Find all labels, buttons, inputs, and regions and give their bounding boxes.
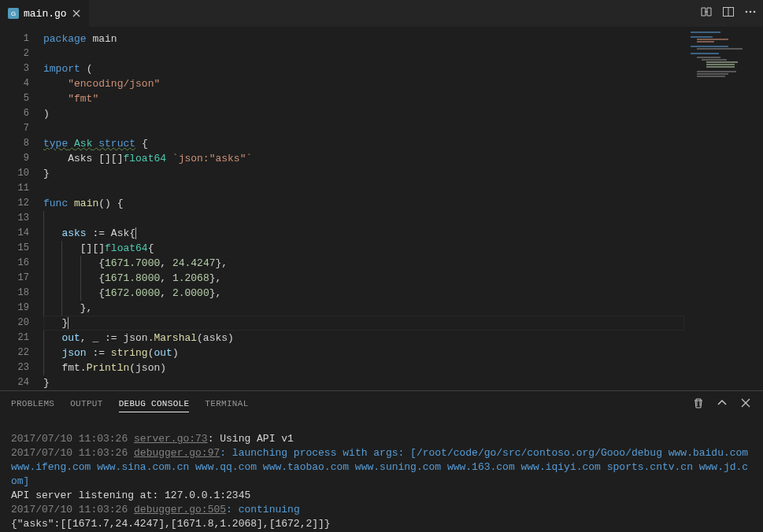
debug-console-output[interactable]: 2017/07/10 11:03:26 server.go:73: Using …	[0, 416, 763, 532]
collapse-panel-icon[interactable]	[716, 397, 728, 412]
source-link[interactable]: server.go:73	[134, 433, 208, 445]
svg-point-4	[746, 11, 748, 13]
tab-filename: main.go	[24, 8, 67, 20]
svg-text:G: G	[11, 10, 16, 17]
tab-debug-console[interactable]: Debug Console	[119, 399, 190, 412]
line-gutter: 123456789101112131415161718192021222324	[0, 28, 43, 390]
clear-console-icon[interactable]	[692, 397, 705, 412]
bottom-panel: Problems Output Debug Console Terminal 2…	[0, 390, 763, 532]
tab-output[interactable]: Output	[70, 399, 102, 408]
panel-tabs: Problems Output Debug Console Terminal	[0, 391, 763, 416]
more-icon[interactable]	[744, 6, 757, 21]
source-link[interactable]: debugger.go:97	[134, 447, 220, 459]
editor-area: 123456789101112131415161718192021222324 …	[0, 28, 763, 390]
tab-terminal[interactable]: Terminal	[205, 399, 248, 408]
editor-tab[interactable]: G main.go	[0, 0, 89, 27]
close-panel-icon[interactable]	[739, 397, 752, 412]
close-icon[interactable]	[72, 9, 81, 18]
go-file-icon: G	[8, 8, 19, 19]
split-editor-icon[interactable]	[722, 6, 735, 21]
svg-point-5	[750, 11, 752, 13]
source-link[interactable]: debugger.go:505	[134, 504, 226, 515]
code-editor[interactable]: package main import ( "encoding/json" "f…	[43, 28, 763, 390]
svg-point-6	[754, 11, 756, 13]
tab-problems[interactable]: Problems	[11, 399, 54, 408]
tab-bar: G main.go	[0, 0, 763, 28]
tab-actions	[694, 0, 763, 27]
compare-icon[interactable]	[700, 6, 713, 21]
